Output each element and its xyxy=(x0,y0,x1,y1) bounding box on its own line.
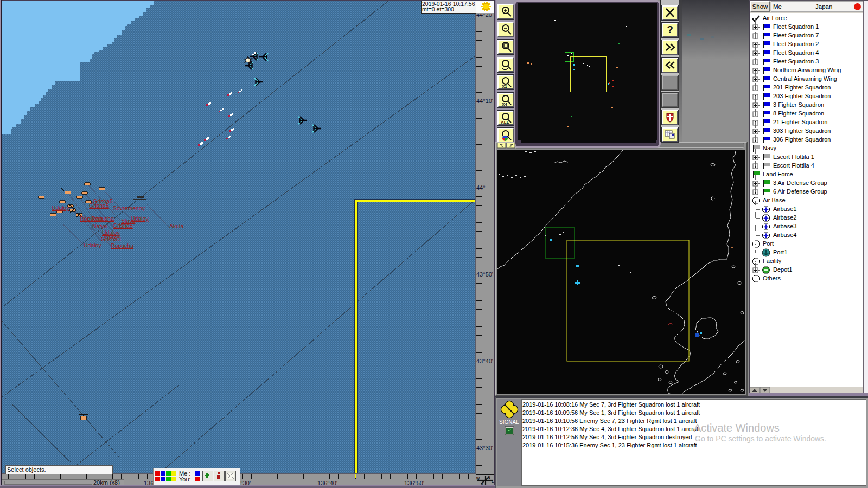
svg-text:43°50': 43°50' xyxy=(476,271,493,278)
svg-text:E: E xyxy=(492,479,494,483)
svg-text:Natya: Natya xyxy=(92,223,107,229)
svg-text:44°10': 44°10' xyxy=(476,98,493,104)
svg-text:Select objects.: Select objects. xyxy=(7,466,46,473)
svg-text:20km (x8): 20km (x8) xyxy=(93,479,120,486)
svg-text:Grisha5: Grisha5 xyxy=(89,202,109,209)
svg-text:Ropucha: Ropucha xyxy=(111,242,133,249)
svg-text:N: N xyxy=(488,476,490,479)
svg-text:mt=0 et=300: mt=0 et=300 xyxy=(422,6,454,12)
svg-text:ALL: ALL xyxy=(501,120,509,124)
svg-text:X4: X4 xyxy=(502,102,507,106)
svg-text:X1: X1 xyxy=(502,84,507,88)
svg-text:Ropucha: Ropucha xyxy=(91,215,114,222)
svg-text:SIGNAL: SIGNAL xyxy=(499,419,519,425)
svg-text:Grisha5: Grisha5 xyxy=(113,222,133,229)
svg-text:44°: 44° xyxy=(476,184,486,191)
svg-text:W: W xyxy=(476,477,480,480)
svg-text:43°40': 43°40' xyxy=(476,358,493,364)
svg-text:You:: You: xyxy=(179,476,191,483)
svg-text:Udaloy: Udaloy xyxy=(131,215,149,222)
svg-text:Grisha3: Grisha3 xyxy=(101,236,121,242)
svg-text:Udaloy: Udaloy xyxy=(84,242,101,248)
svg-text:Sovremenny: Sovremenny xyxy=(113,205,145,211)
svg-text:Akula: Akula xyxy=(169,223,183,229)
svg-text:Udaloy: Udaloy xyxy=(52,204,69,211)
svg-text:43°30': 43°30' xyxy=(476,445,493,451)
